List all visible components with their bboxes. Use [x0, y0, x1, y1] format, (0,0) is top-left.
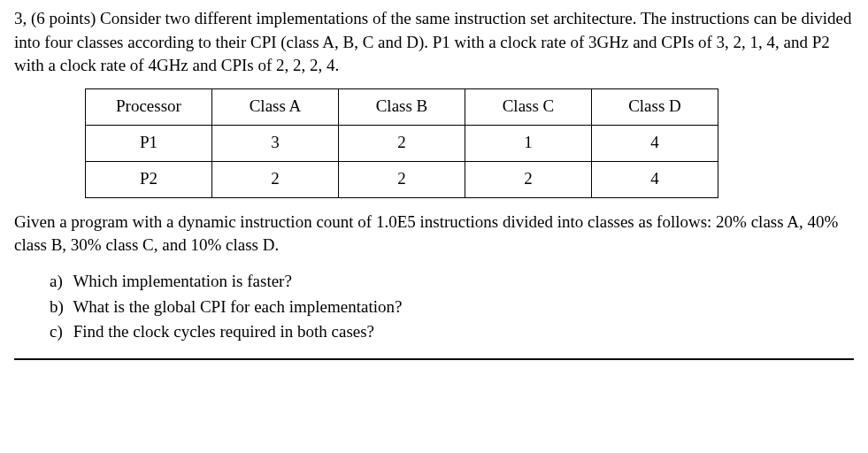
cell-class-b: 2	[339, 161, 465, 197]
cell-class-a: 2	[212, 161, 339, 197]
cell-class-a: 3	[212, 125, 339, 161]
divider	[14, 358, 854, 360]
cell-processor: P1	[86, 125, 212, 161]
problem-intro: Consider two different implementations o…	[14, 9, 851, 74]
header-class-a: Class A	[212, 88, 339, 125]
subpart-label: a)	[50, 270, 69, 294]
given-info: Given a program with a dynamic instructi…	[14, 211, 854, 257]
problem-number: 3, (6 points)	[14, 9, 96, 27]
table-row: P2 2 2 2 4	[86, 161, 718, 197]
header-processor: Processor	[86, 88, 212, 125]
cell-class-d: 4	[592, 161, 718, 197]
subpart-text: Which implementation is faster?	[73, 272, 291, 290]
cell-class-c: 1	[465, 125, 592, 161]
subpart-label: c)	[50, 320, 69, 344]
subpart-a: a) Which implementation is faster?	[50, 270, 854, 294]
subpart-text: What is the global CPI for each implemen…	[73, 297, 402, 316]
cell-class-d: 4	[592, 125, 718, 161]
header-class-c: Class C	[465, 88, 592, 125]
table-header-row: Processor Class A Class B Class C Class …	[86, 88, 718, 125]
subpart-label: b)	[50, 296, 69, 319]
subpart-c: c) Find the clock cycles required in bot…	[50, 320, 854, 344]
subpart-b: b) What is the global CPI for each imple…	[50, 296, 854, 319]
table-row: P1 3 2 1 4	[86, 125, 718, 161]
cell-class-c: 2	[465, 161, 592, 197]
cell-processor: P2	[86, 161, 212, 197]
cell-class-b: 2	[339, 125, 465, 161]
cpi-table: Processor Class A Class B Class C Class …	[85, 88, 718, 198]
header-class-b: Class B	[339, 88, 465, 125]
subpart-text: Find the clock cycles required in both c…	[73, 322, 374, 341]
subparts: a) Which implementation is faster? b) Wh…	[50, 270, 854, 344]
problem-statement: 3, (6 points) Consider two different imp…	[14, 7, 854, 78]
header-class-d: Class D	[592, 88, 718, 125]
